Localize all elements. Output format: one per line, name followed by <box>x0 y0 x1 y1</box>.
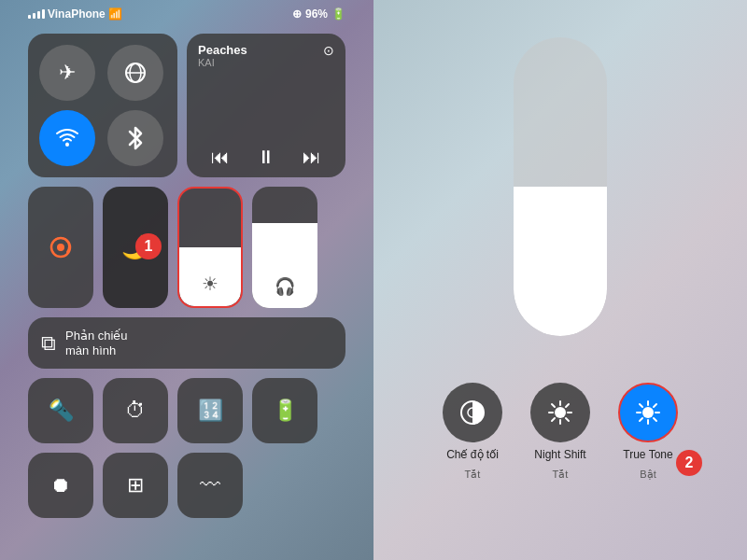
dark-mode-item[interactable]: Chế độ tối Tắt <box>443 383 502 481</box>
battery-status-button[interactable]: 🔋 <box>252 378 317 443</box>
top-row: ✈ <box>28 34 345 177</box>
svg-point-8 <box>555 407 566 418</box>
night-shift-sub: Tắt <box>553 469 569 481</box>
battery-percent: 96% <box>305 7 328 21</box>
big-brightness-fill <box>514 187 607 336</box>
step-1-badge: 1 <box>135 233 162 259</box>
music-info: Peaches KAI <box>198 43 247 68</box>
airplay-icon[interactable]: ⊙ <box>323 43 334 58</box>
right-panel: Chế độ tối Tắt Night Shift Tắt <box>374 0 747 560</box>
status-right: ⊕ 96% 🔋 <box>292 7 345 21</box>
svg-line-24 <box>654 404 656 407</box>
true-tone-item[interactable]: True Tone Bật <box>618 383 678 481</box>
music-top: Peaches KAI ⊙ <box>198 43 334 68</box>
svg-line-16 <box>552 418 555 421</box>
brightness-slider[interactable]: ☀ <box>177 187 243 308</box>
svg-line-25 <box>640 418 642 421</box>
svg-point-5 <box>57 244 64 251</box>
true-tone-label: True Tone <box>623 448 672 463</box>
volume-slider[interactable]: 🎧 <box>252 187 317 308</box>
song-artist: KAI <box>198 57 247 68</box>
bar4 <box>42 9 45 19</box>
big-brightness-slider[interactable] <box>514 37 607 336</box>
calculator-button[interactable]: 🔢 <box>177 378 243 443</box>
volume-icon: 🎧 <box>275 276 295 297</box>
brightness-icon: ☀ <box>202 273 218 295</box>
record-button[interactable]: ⏺ <box>28 453 93 518</box>
mirror-text: Phản chiếu màn hình <box>65 329 128 357</box>
song-title: Peaches <box>198 43 247 57</box>
svg-line-22 <box>640 404 642 407</box>
bar2 <box>33 13 35 19</box>
status-bar: VinaPhone 📶 ⊕ 96% 🔋 <box>19 0 355 24</box>
music-controls: ⏮ ⏸ ⏭ <box>198 147 334 168</box>
prev-button[interactable]: ⏮ <box>211 147 230 168</box>
signal-bars <box>28 9 45 19</box>
step-2-badge: 2 <box>676 450 702 476</box>
battery-icon: 🔋 <box>331 7 345 21</box>
svg-point-17 <box>642 407 654 418</box>
timer-button[interactable]: ⏱ <box>103 378 168 443</box>
bar1 <box>28 15 31 19</box>
control-center: ✈ <box>28 34 345 518</box>
flashlight-button[interactable]: 🔦 <box>28 378 93 443</box>
next-button[interactable]: ⏭ <box>303 147 321 168</box>
bluetooth-button[interactable] <box>107 110 163 166</box>
status-left: VinaPhone 📶 <box>28 7 122 21</box>
play-pause-button[interactable]: ⏸ <box>257 147 275 168</box>
true-tone-button[interactable] <box>618 383 678 442</box>
svg-line-23 <box>654 418 656 421</box>
night-shift-label: Night Shift <box>534 448 585 463</box>
wifi-indicator: 📶 <box>108 7 122 21</box>
wifi-button[interactable] <box>39 110 95 166</box>
dark-mode-label: Chế độ tối <box>446 448 499 463</box>
true-tone-sub: Bật <box>640 469 655 481</box>
svg-line-13 <box>552 404 555 407</box>
audio-waveform-button[interactable]: 〰 <box>177 453 243 518</box>
rotation-lock-button[interactable] <box>28 187 93 308</box>
cellular-button[interactable] <box>107 45 163 101</box>
svg-line-15 <box>566 404 569 407</box>
airplane-mode-button[interactable]: ✈ <box>39 45 95 101</box>
bar3 <box>37 11 40 19</box>
mid-row: 🌙 ☀ 🎧 <box>28 187 345 308</box>
mirror-icon: ⧉ <box>41 331 56 356</box>
carrier-name: VinaPhone <box>48 7 106 21</box>
screen-mirror-button[interactable]: ⧉ Phản chiếu màn hình <box>28 317 345 369</box>
night-shift-item[interactable]: Night Shift Tắt <box>530 383 590 481</box>
dark-mode-button[interactable] <box>443 383 502 442</box>
dark-mode-sub: Tắt <box>465 469 481 481</box>
bottom-row-2: ⏺ ⊞ 〰 <box>28 453 345 518</box>
music-tile: Peaches KAI ⊙ ⏮ ⏸ ⏭ <box>187 34 345 177</box>
network-tile: ✈ <box>28 34 177 177</box>
night-shift-button[interactable] <box>530 383 590 442</box>
qr-scanner-button[interactable]: ⊞ <box>103 453 168 518</box>
svg-point-3 <box>65 143 69 147</box>
left-panel: VinaPhone 📶 ⊕ 96% 🔋 ✈ <box>0 0 374 560</box>
location-icon: ⊕ <box>292 7 302 21</box>
svg-line-14 <box>566 418 569 421</box>
bottom-row-1: 🔦 ⏱ 🔢 🔋 <box>28 378 345 443</box>
